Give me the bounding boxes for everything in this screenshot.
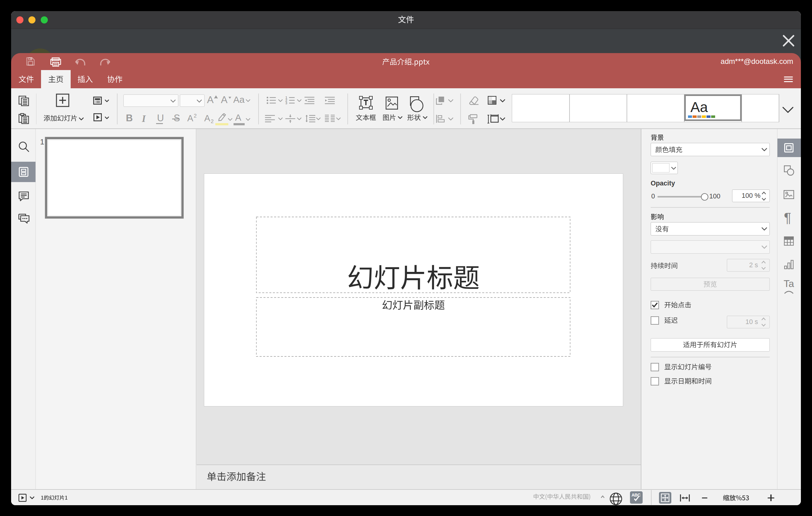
svg-text:3: 3 (285, 101, 287, 105)
svg-text:ABC: ABC (632, 492, 640, 497)
